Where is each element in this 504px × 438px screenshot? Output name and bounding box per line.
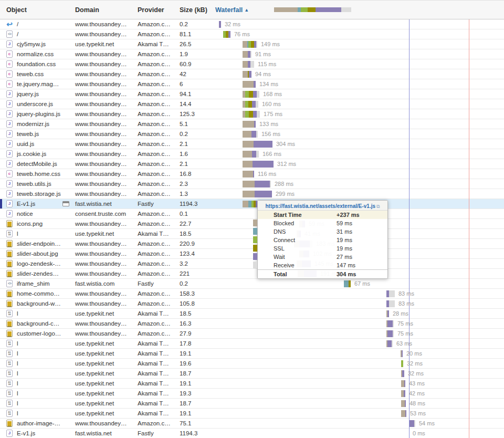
domain: use.typekit.net [75,390,136,397]
waterfall-bar[interactable] [386,300,395,307]
waterfall-bar[interactable] [243,131,258,138]
column-header-waterfall-label: Waterfall [215,6,243,14]
phase-purple-segment [253,171,254,178]
waterfall-table-row[interactable]: ↩/www.thousandey…Amazon.c…0.232 ms [0,19,504,29]
size-kb: 19.6 [180,360,214,367]
column-header-domain[interactable]: Domain [75,6,99,14]
waterfall-table-row[interactable]: background-w…www.thousandey…Amazon.c…105… [0,299,504,309]
waterfall-table-row[interactable]: 0110luse.typekit.netAkamai T…19.143 ms [0,379,504,389]
waterfall-bar[interactable] [243,111,260,118]
waterfall-bar[interactable] [386,330,394,337]
size-kb: 19.1 [180,380,214,387]
waterfall-table-row[interactable]: 0110luse.typekit.netAkamai T…19.632 ms [0,359,504,369]
waterfall-table-row[interactable]: cfoundation.csswww.thousandey…Amazon.c…6… [0,59,504,69]
waterfall-bar[interactable] [386,310,389,317]
waterfall-table-row[interactable]: home-commo…www.thousandey…Amazon.c…158.3… [0,289,504,299]
waterfall-table-row[interactable]: 0110luse.typekit.netAkamai T…18.528 ms [0,309,504,319]
size-kb: 14.4 [180,101,214,107]
waterfall-bar[interactable] [386,290,395,297]
waterfall-table-row[interactable]: background-c…www.thousandey…Amazon.c…16.… [0,319,504,329]
waterfall-bar[interactable] [243,181,271,187]
waterfall-table-row[interactable]: slider-endpoin…www.thousandey…Amazon.c…2… [0,239,504,249]
waterfall-bar[interactable] [386,340,393,347]
waterfall-bar[interactable] [401,390,405,397]
waterfall-table-row[interactable]: Jteweb.jswww.thousandey…Amazon.c…0.2156 … [0,129,504,139]
waterfall-bar[interactable] [219,21,221,28]
waterfall-table-row[interactable]: slider-about.jpgwww.thousandey…Amazon.c…… [0,249,504,259]
waterfall-table-row[interactable]: Jnoticeconsent.truste.comAmazon.c…0.1 [0,209,504,219]
waterfall-bar[interactable] [243,51,251,58]
waterfall-table-row[interactable]: cteweb.csswww.thousandey…Amazon.c…4294 m… [0,69,504,79]
column-header-provider[interactable]: Provider [138,6,164,14]
waterfall-bar[interactable] [401,410,406,417]
waterfall-table-row[interactable]: Jmodernizr.jswww.thousandey…Amazon.c…5.1… [0,119,504,129]
waterfall-table-row[interactable]: cte.jquery.mag…www.thousandey…Amazon.c…6… [0,79,504,89]
waterfall-table-row[interactable]: Juuid.jswww.thousandey…Amazon.c…2.1304 m… [0,139,504,149]
waterfall-table-row[interactable]: Jcjy5myw.jsuse.typekit.netAkamai T…26.51… [0,39,504,49]
waterfall-table-row[interactable]: cteweb.home.csswww.thousandey…Amazon.c…1… [0,169,504,179]
waterfall-table-row[interactable]: Jteweb.storage.jswww.thousandey…Amazon.c… [0,189,504,199]
waterfall-table-row[interactable]: Jteweb.utils.jswww.thousandey…Amazon.c…2… [0,179,504,189]
waterfall-table-row[interactable]: author-image-…www.thousandey…Amazon.c…75… [0,419,504,429]
waterfall-table-row[interactable]: Jjquery-plugins.jswww.thousandey…Amazon.… [0,109,504,119]
waterfall-table-row[interactable]: customer-logo…www.thousandey…Amazon.c…27… [0,329,504,339]
waterfall-bar[interactable] [401,360,403,367]
waterfall-table-row[interactable]: <>iframe_shimfast.wistia.comFastly0.267 … [0,279,504,289]
waterfall-bar[interactable] [386,320,394,327]
waterfall-bar[interactable] [401,380,405,387]
waterfall-table-row[interactable]: 0110luse.typekit.netAkamai T…19.342 ms [0,389,504,399]
waterfall-bar[interactable] [243,41,257,48]
js-file-icon: J [6,190,13,197]
request-url-link[interactable]: https://fast.wistia.net/assets/external/… [266,203,376,209]
waterfall-table-row[interactable]: JE-v1.jsfast.wistia.netFastly1194.30 ms [0,429,504,438]
waterfall-table-row[interactable]: 0110luse.typekit.netAkamai T…17.863 ms [0,339,504,349]
waterfall-bar[interactable] [401,400,406,407]
waterfall-table-row[interactable]: 0110luse.typekit.netAkamai T…18.541 ms [0,229,504,239]
waterfall-bar[interactable] [243,61,254,68]
waterfall-bar[interactable] [243,121,256,128]
waterfall-bar[interactable] [243,141,272,148]
waterfall-bar[interactable] [243,81,256,88]
waterfall-bar[interactable] [401,350,403,357]
waterfall-table-row[interactable]: JE-v1.jsfast.wistia.netFastly1194.3 [0,199,504,209]
waterfall-bar[interactable] [243,161,274,168]
provider: Amazon.c… [138,270,178,277]
waterfall-bar[interactable] [410,420,415,427]
waterfall-table-row[interactable]: logo-zendesk-…www.thousandey…Amazon.c…3.… [0,259,504,269]
waterfall-table-row[interactable]: 0110luse.typekit.netAkamai T…19.120 ms [0,349,504,359]
phase-purple-segment [404,380,405,387]
waterfall-table-row[interactable]: Jjquery.jswww.thousandey…Amazon.c…94.116… [0,89,504,99]
object-name: slider-about.jpg [17,251,74,257]
column-header-waterfall[interactable]: Waterfall▲ [215,6,249,14]
waterfall-table-row[interactable]: slider-zendes…www.thousandey…Amazon.c…22… [0,269,504,279]
waterfall-cell: 160 ms [215,99,504,109]
column-header-object[interactable]: Object [6,6,27,14]
waterfall-table-row[interactable]: <>/www.thousandey…Amazon.c…81.176 ms [0,29,504,39]
object-name: uuid.js [17,141,74,147]
object-name: l [17,340,74,347]
object-name: l [17,410,74,416]
waterfall-bar[interactable] [401,370,404,377]
waterfall-bar[interactable] [243,71,251,78]
waterfall-table-row[interactable]: 0110luse.typekit.netAkamai T…18.732 ms [0,369,504,379]
waterfall-table-row[interactable]: icons.pngwww.thousandey…Amazon.c…22.759 … [0,219,504,229]
waterfall-table-row[interactable]: Jjs.cookie.jswww.thousandey…Amazon.c…1.6… [0,149,504,159]
waterfall-table-row[interactable]: Junderscore.jswww.thousandey…Amazon.c…14… [0,99,504,109]
domain: use.typekit.net [75,380,136,387]
waterfall-bar[interactable] [243,151,259,158]
column-header-size[interactable]: Size (kB) [180,6,207,14]
waterfall-bar[interactable] [243,191,272,197]
waterfall-cell: 116 ms [215,169,504,179]
waterfall-table-row[interactable]: 0110luse.typekit.netAkamai T…19.153 ms [0,409,504,419]
domain: www.thousandey… [75,330,136,337]
waterfall-bar[interactable] [243,91,259,98]
object-name: l [17,380,74,387]
waterfall-bar[interactable] [344,280,351,287]
waterfall-bar[interactable] [223,31,230,38]
waterfall-bar[interactable] [243,101,258,108]
waterfall-table-row[interactable]: 0110luse.typekit.netAkamai T…18.748 ms [0,399,504,409]
waterfall-table-row[interactable]: JdetectMobile.jswww.thousandey…Amazon.c…… [0,159,504,169]
waterfall-bar[interactable] [243,171,254,178]
size-kb: 16.8 [180,171,214,177]
waterfall-table-row[interactable]: cnormalize.csswww.thousandey…Amazon.c…1.… [0,49,504,59]
